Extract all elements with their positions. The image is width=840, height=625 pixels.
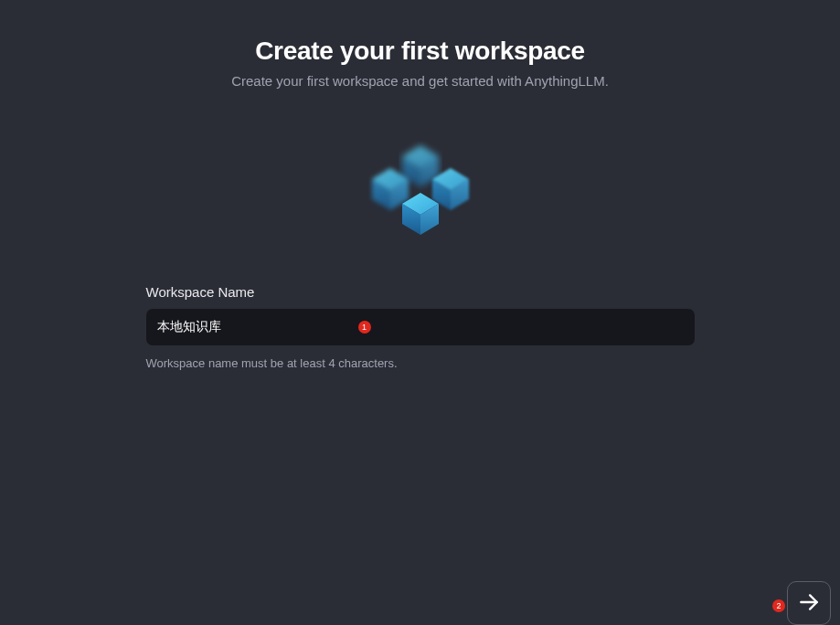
page-subtitle: Create your first workspace and get star… bbox=[231, 73, 609, 89]
cubes-illustration bbox=[352, 134, 489, 257]
next-button[interactable] bbox=[787, 581, 831, 625]
workspace-name-label: Workspace Name bbox=[146, 284, 695, 300]
page-title: Create your first workspace bbox=[255, 37, 585, 66]
workspace-name-input[interactable] bbox=[146, 309, 695, 345]
workspace-name-helper: Workspace name must be at least 4 charac… bbox=[146, 356, 695, 370]
arrow-right-icon bbox=[797, 590, 821, 617]
annotation-badge-2: 2 bbox=[772, 599, 785, 612]
annotation-badge-1: 1 bbox=[358, 321, 371, 334]
